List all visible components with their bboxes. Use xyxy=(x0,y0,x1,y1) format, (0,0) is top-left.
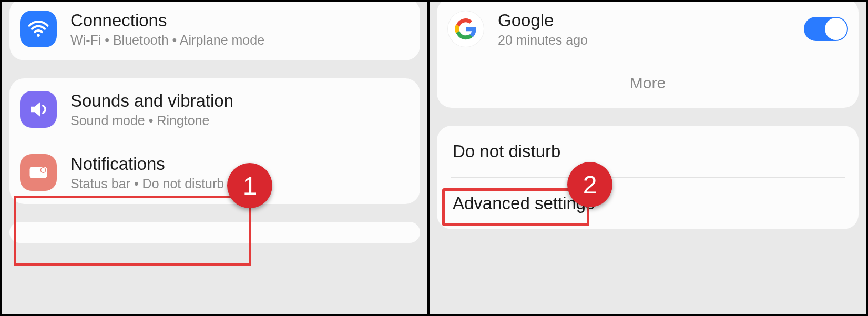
google-subtitle: 20 minutes ago xyxy=(498,33,804,48)
row-google-app[interactable]: Google 20 minutes ago xyxy=(437,0,859,60)
card-dnd-advanced: Do not disturb Advanced settings xyxy=(437,126,859,229)
speaker-icon xyxy=(20,91,57,128)
google-title: Google xyxy=(498,11,804,30)
card-recent-apps: Google 20 minutes ago More xyxy=(437,0,859,108)
svg-point-3 xyxy=(41,168,45,172)
row-notifications[interactable]: Notifications Status bar • Do not distur… xyxy=(9,141,420,204)
google-logo-icon xyxy=(447,11,484,47)
sounds-subtitle: Sound mode • Ringtone xyxy=(70,113,410,128)
svg-point-0 xyxy=(37,34,40,37)
google-notifications-toggle[interactable] xyxy=(804,17,848,41)
row-sounds[interactable]: Sounds and vibration Sound mode • Ringto… xyxy=(9,78,420,141)
more-button[interactable]: More xyxy=(437,60,859,108)
notifications-title: Notifications xyxy=(70,154,410,174)
row-connections[interactable]: Connections Wi-Fi • Bluetooth • Airplane… xyxy=(9,0,420,60)
card-sounds-notifications: Sounds and vibration Sound mode • Ringto… xyxy=(9,78,420,204)
notifications-icon xyxy=(20,154,57,191)
sounds-title: Sounds and vibration xyxy=(70,91,410,111)
notifications-subtitle: Status bar • Do not disturb xyxy=(70,176,410,191)
settings-panel-step1: Connections Wi-Fi • Bluetooth • Airplane… xyxy=(0,0,430,316)
card-connections: Connections Wi-Fi • Bluetooth • Airplane… xyxy=(9,0,420,60)
wifi-icon xyxy=(20,11,57,47)
settings-panel-step2: Google 20 minutes ago More Do not distur… xyxy=(430,0,868,316)
row-advanced-settings[interactable]: Advanced settings xyxy=(437,178,859,229)
row-do-not-disturb[interactable]: Do not disturb xyxy=(437,126,859,177)
connections-subtitle: Wi-Fi • Bluetooth • Airplane mode xyxy=(70,33,410,48)
connections-title: Connections xyxy=(70,11,410,30)
